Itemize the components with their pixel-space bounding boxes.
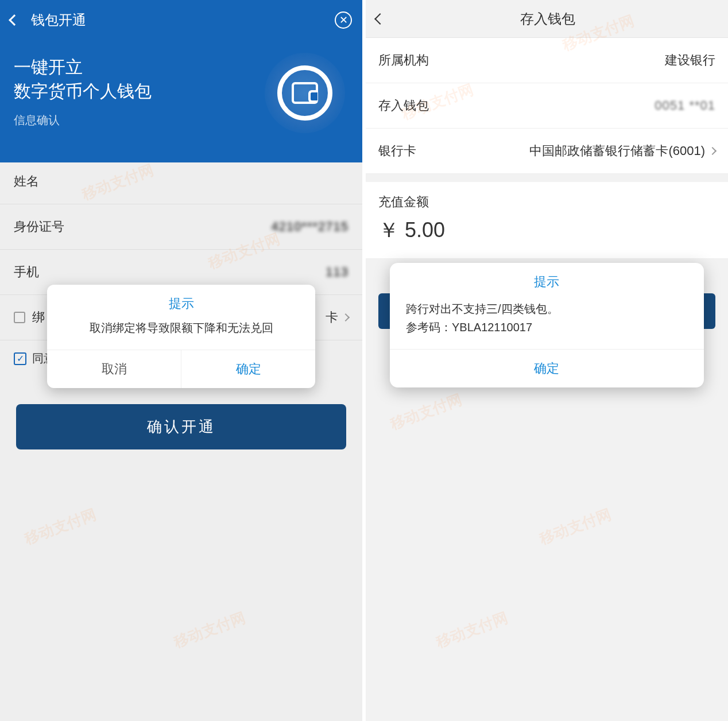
phone-label: 手机 <box>14 263 39 281</box>
page-title: 钱包开通 <box>31 11 335 29</box>
dialog-ok-button[interactable]: 确定 <box>390 349 704 387</box>
org-value: 建设银行 <box>665 52 715 69</box>
header: 钱包开通 ✕ <box>0 0 362 40</box>
watermark: 移动支付网 <box>433 608 510 652</box>
row-wallet[interactable]: 存入钱包 0051 **01 <box>366 83 728 129</box>
back-icon[interactable] <box>9 14 20 26</box>
card-label: 银行卡 <box>378 142 416 160</box>
dialog-line2: 参考码：YBLA12110017 <box>406 318 688 336</box>
watermark: 移动支付网 <box>22 505 99 549</box>
amount-label: 充值金额 <box>366 182 728 214</box>
dialog-cancel-button[interactable]: 取消 <box>47 350 181 388</box>
amount-value[interactable]: ￥ 5.00 <box>366 214 728 259</box>
hero-banner: 一键开立 数字货币个人钱包 信息确认 <box>0 40 362 162</box>
row-id[interactable]: 身份证号 4210***2715 <box>0 204 362 250</box>
page-title: 存入钱包 <box>396 10 700 28</box>
alert-dialog: 提示 跨行对出不支持三/四类钱包。 参考码：YBLA12110017 确定 <box>390 263 704 387</box>
id-value: 4210***2715 <box>271 219 348 234</box>
screen-deposit: 存入钱包 所属机构 建设银行 存入钱包 0051 **01 银行卡 中国邮政储蓄… <box>366 0 728 721</box>
chevron-right-icon <box>342 313 350 321</box>
wallet-label: 存入钱包 <box>378 97 429 114</box>
watermark: 移动支付网 <box>388 390 464 434</box>
chevron-right-icon <box>708 147 717 155</box>
info-section: 所属机构 建设银行 存入钱包 0051 **01 银行卡 中国邮政储蓄银行储蓄卡… <box>366 38 728 174</box>
dialog-title: 提示 <box>47 285 315 317</box>
alert-dialog: 提示 取消绑定将导致限额下降和无法兑回 取消 确定 <box>47 285 315 388</box>
dialog-line1: 跨行对出不支持三/四类钱包。 <box>406 300 688 318</box>
card-value: 中国邮政储蓄银行储蓄卡(6001) <box>529 142 705 160</box>
screen-wallet-open: 钱包开通 ✕ 一键开立 数字货币个人钱包 信息确认 姓名 身份证号 4210**… <box>0 0 362 721</box>
row-card[interactable]: 银行卡 中国邮政储蓄银行储蓄卡(6001) <box>366 129 728 174</box>
id-label: 身份证号 <box>14 218 64 235</box>
wallet-icon <box>265 53 345 133</box>
dialog-title: 提示 <box>390 263 704 295</box>
bind-suffix: 卡 <box>326 309 338 326</box>
bind-label: 绑 <box>32 309 45 326</box>
close-icon[interactable]: ✕ <box>335 11 352 29</box>
agree-checkbox[interactable]: ✓ <box>14 352 26 365</box>
watermark: 移动支付网 <box>171 608 248 652</box>
header: 存入钱包 <box>366 0 728 38</box>
phone-value: 113 <box>326 265 348 280</box>
dialog-ok-button[interactable]: 确定 <box>181 350 315 388</box>
name-label: 姓名 <box>14 173 39 190</box>
watermark: 移动支付网 <box>537 505 614 549</box>
bind-checkbox-icon[interactable] <box>14 312 25 323</box>
org-label: 所属机构 <box>378 52 429 69</box>
back-icon[interactable] <box>374 13 386 25</box>
confirm-open-button[interactable]: 确认开通 <box>16 404 346 449</box>
amount-section: 充值金额 ￥ 5.00 <box>366 182 728 259</box>
wallet-value: 0051 **01 <box>655 98 715 113</box>
dialog-message: 取消绑定将导致限额下降和无法兑回 <box>47 317 315 350</box>
row-name[interactable]: 姓名 <box>0 159 362 204</box>
row-org: 所属机构 建设银行 <box>366 38 728 83</box>
